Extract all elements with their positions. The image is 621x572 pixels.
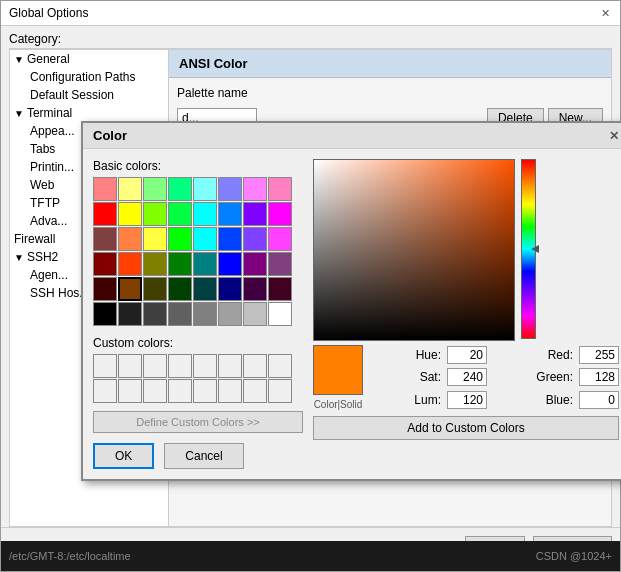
basic-color-swatch[interactable] xyxy=(93,302,117,326)
custom-color-swatch[interactable] xyxy=(93,379,117,403)
basic-color-swatch[interactable] xyxy=(118,202,142,226)
hue-input[interactable] xyxy=(447,346,487,364)
basic-color-swatch[interactable] xyxy=(168,277,192,301)
custom-color-swatch[interactable] xyxy=(243,354,267,378)
color-cancel-button[interactable]: Cancel xyxy=(164,443,243,469)
green-label: Green: xyxy=(493,370,573,384)
sidebar-item-default-session[interactable]: Default Session xyxy=(26,86,168,104)
custom-color-swatch[interactable] xyxy=(93,354,117,378)
custom-color-swatch[interactable] xyxy=(243,379,267,403)
lum-input[interactable] xyxy=(447,391,487,409)
basic-color-swatch[interactable] xyxy=(193,277,217,301)
category-label: Category: xyxy=(1,26,620,48)
basic-color-swatch[interactable] xyxy=(93,202,117,226)
color-solid-label: Color|Solid xyxy=(314,399,363,410)
blue-label: Blue: xyxy=(493,393,573,407)
basic-color-swatch[interactable] xyxy=(143,252,167,276)
basic-color-swatch[interactable] xyxy=(143,302,167,326)
basic-color-swatch[interactable] xyxy=(268,277,292,301)
custom-color-swatch[interactable] xyxy=(143,379,167,403)
lum-label: Lum: xyxy=(371,393,441,407)
basic-color-swatch[interactable] xyxy=(118,177,142,201)
basic-color-swatch[interactable] xyxy=(93,252,117,276)
basic-color-swatch[interactable] xyxy=(218,252,242,276)
custom-colors-label: Custom colors: xyxy=(93,336,303,350)
basic-color-swatch[interactable] xyxy=(143,177,167,201)
close-button[interactable]: ✕ xyxy=(598,6,612,20)
custom-color-swatch[interactable] xyxy=(268,354,292,378)
basic-color-swatch[interactable] xyxy=(193,202,217,226)
color-preview-swatch xyxy=(313,345,363,395)
basic-color-swatch[interactable] xyxy=(218,177,242,201)
basic-color-swatch[interactable] xyxy=(193,177,217,201)
define-custom-button[interactable]: Define Custom Colors >> xyxy=(93,411,303,433)
basic-color-swatch[interactable] xyxy=(193,302,217,326)
basic-color-swatch[interactable] xyxy=(93,177,117,201)
basic-color-swatch[interactable] xyxy=(118,252,142,276)
basic-color-swatch[interactable] xyxy=(143,227,167,251)
add-to-custom-button[interactable]: Add to Custom Colors xyxy=(313,416,619,440)
basic-color-swatch[interactable] xyxy=(243,277,267,301)
basic-color-swatch[interactable] xyxy=(268,202,292,226)
basic-color-swatch[interactable] xyxy=(143,202,167,226)
color-ok-button[interactable]: OK xyxy=(93,443,154,469)
custom-color-swatch[interactable] xyxy=(168,354,192,378)
red-label: Red: xyxy=(493,348,573,362)
basic-color-swatch[interactable] xyxy=(218,227,242,251)
color-right-panel: Color|Solid Hue: Red: Sat: Green: Lum: xyxy=(313,159,619,469)
sidebar-item-general[interactable]: ▼ General xyxy=(10,50,168,68)
basic-color-swatch[interactable] xyxy=(118,227,142,251)
basic-color-swatch[interactable] xyxy=(243,227,267,251)
expand-arrow-general: ▼ xyxy=(14,54,24,65)
custom-color-swatch[interactable] xyxy=(168,379,192,403)
basic-color-swatch[interactable] xyxy=(243,302,267,326)
hue-rainbow-bar[interactable] xyxy=(521,159,536,339)
custom-color-swatch[interactable] xyxy=(218,354,242,378)
basic-color-swatch[interactable] xyxy=(168,302,192,326)
sidebar-item-config-paths[interactable]: Configuration Paths xyxy=(26,68,168,86)
custom-color-swatch[interactable] xyxy=(193,354,217,378)
basic-color-swatch[interactable] xyxy=(193,252,217,276)
sidebar-item-terminal[interactable]: ▼ Terminal xyxy=(10,104,168,122)
hue-slider[interactable] xyxy=(521,159,539,339)
basic-color-swatch[interactable] xyxy=(93,227,117,251)
green-input[interactable] xyxy=(579,368,619,386)
custom-color-swatch[interactable] xyxy=(218,379,242,403)
tree-group-general: ▼ General Configuration Paths Default Se… xyxy=(10,50,168,104)
title-bar: Global Options ✕ xyxy=(1,1,620,26)
color-dialog-close-button[interactable]: ✕ xyxy=(609,129,619,143)
basic-color-swatch[interactable] xyxy=(118,302,142,326)
custom-color-swatch[interactable] xyxy=(268,379,292,403)
palette-label: Palette name xyxy=(177,86,248,100)
tree-children-general: Configuration Paths Default Session xyxy=(10,68,168,104)
color-spectrum[interactable] xyxy=(313,159,513,339)
custom-color-swatch[interactable] xyxy=(143,354,167,378)
basic-color-swatch[interactable] xyxy=(168,202,192,226)
custom-color-swatch[interactable] xyxy=(193,379,217,403)
basic-color-swatch[interactable] xyxy=(143,277,167,301)
basic-color-swatch[interactable] xyxy=(218,277,242,301)
hue-label: Hue: xyxy=(371,348,441,362)
sat-input[interactable] xyxy=(447,368,487,386)
custom-color-swatch[interactable] xyxy=(118,379,142,403)
basic-color-swatch[interactable] xyxy=(268,302,292,326)
custom-color-swatch[interactable] xyxy=(118,354,142,378)
basic-color-swatch[interactable] xyxy=(268,227,292,251)
red-input[interactable] xyxy=(579,346,619,364)
basic-color-swatch[interactable] xyxy=(243,252,267,276)
basic-color-swatch[interactable] xyxy=(268,252,292,276)
basic-color-swatch[interactable] xyxy=(193,227,217,251)
basic-color-swatch[interactable] xyxy=(118,277,142,301)
blue-input[interactable] xyxy=(579,391,619,409)
basic-color-swatch[interactable] xyxy=(168,177,192,201)
basic-color-swatch[interactable] xyxy=(218,302,242,326)
basic-color-swatch[interactable] xyxy=(243,177,267,201)
hsl-rgb-controls: Hue: Red: Sat: Green: Lum: Blue: xyxy=(371,345,619,410)
basic-color-swatch[interactable] xyxy=(268,177,292,201)
basic-color-swatch[interactable] xyxy=(93,277,117,301)
basic-color-swatch[interactable] xyxy=(243,202,267,226)
basic-color-swatch[interactable] xyxy=(168,227,192,251)
terminal-path: /etc/GMT-8:/etc/localtime xyxy=(9,550,131,562)
basic-color-swatch[interactable] xyxy=(168,252,192,276)
basic-color-swatch[interactable] xyxy=(218,202,242,226)
